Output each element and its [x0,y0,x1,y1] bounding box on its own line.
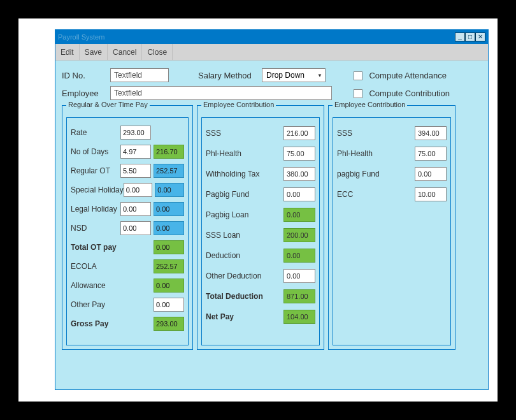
tot-label: Total OT pay [71,243,154,252]
nsd-row: NSD 0.00 0.00 [71,219,184,238]
sss3-row: SSS 394.00 [337,123,447,143]
oded-row: Other Deduction 0.00 [206,266,315,286]
lh-value[interactable]: 0.00 [120,202,151,216]
titlebar: Payroll System _ □ ✕ [55,30,488,44]
sssloan-label: SSS Loan [206,231,283,240]
rate-value[interactable]: 293.00 [120,126,151,140]
rot-label: Regular OT [71,166,120,175]
sss-value[interactable]: 216.00 [283,126,315,140]
panel1-title: Regular & Over Time Pay [66,101,150,108]
salary-method-select[interactable]: Drop Down ▼ [262,68,326,82]
phl3-row: Phl-Health 75.00 [337,143,447,164]
oded-label: Other Deduction [206,272,283,280]
panel-employee-contribution: Employee Contribution SSS 216.00 Phl-Hea… [197,105,324,350]
sssloan-value: 200.00 [283,228,315,242]
sph-calc: 0.00 [155,183,184,197]
pagbig3-label: pagbig Fund [337,170,415,178]
phl3-label: Phl-Health [337,149,415,158]
compute-contribution-label: Compute Contribution [369,89,449,98]
ded-value: 0.00 [283,249,315,263]
pagbig-row: Pagbig Fund 0.00 [206,184,315,205]
sss3-label: SSS [337,129,415,138]
nsd-calc: 0.00 [154,221,184,235]
oded-value[interactable]: 0.00 [283,269,315,283]
panel3-title: Employee Contribution [333,101,407,108]
other-value[interactable]: 0.00 [154,298,184,312]
phl-value[interactable]: 75.00 [283,147,315,161]
wtax-label: Withholding Tax [206,170,283,178]
pagloan-value: 0.00 [283,208,315,222]
idno-label: ID No. [62,71,110,80]
sph-value[interactable]: 0.00 [124,183,153,197]
sssloan-row: SSS Loan 200.00 [206,225,315,245]
salary-method-value: Drop Down [266,71,305,80]
minimize-button[interactable]: _ [455,33,465,41]
header-row-1: ID No. Salary Method Drop Down ▼ Compute… [62,68,482,82]
pagbig3-value[interactable]: 0.00 [415,167,447,181]
close-window-button[interactable]: ✕ [475,33,485,41]
window-controls: _ □ ✕ [455,33,485,41]
net-row: Net Pay 104.00 [206,307,315,327]
lh-label: Legal Holiday [71,205,120,214]
nod-value[interactable]: 4.97 [120,145,151,159]
maximize-button[interactable]: □ [465,33,475,41]
nod-label: No of Days [71,147,120,156]
net-value: 104.00 [283,310,315,324]
phl-row: Phl-Health 75.00 [206,143,315,164]
gross-label: Gross Pay [71,319,154,328]
rot-value[interactable]: 5.50 [120,164,151,178]
ecola-value: 252.57 [154,259,184,273]
sss-label: SSS [206,129,283,138]
tded-label: Total Deduction [206,292,283,301]
panel3-body: SSS 394.00 Phl-Health 75.00 pagbig Fund … [333,117,451,345]
compute-attendance-label: Compute Attendance [369,71,446,80]
employee-label: Employee [62,89,110,98]
nod-row: No of Days 4.97 216.70 [71,142,184,161]
toolbar: Edit Save Cancel Close [55,44,488,61]
nod-calc: 216.70 [154,145,184,159]
wtax-row: Withholding Tax 380.00 [206,164,315,184]
ecola-label: ECOLA [71,262,154,271]
edit-button[interactable]: Edit [55,44,80,60]
compute-contribution-checkbox[interactable] [354,89,362,98]
panel2-body: SSS 216.00 Phl-Health 75.00 Withholding … [201,117,320,345]
panels: Regular & Over Time Pay Rate 293.00 No o… [62,105,482,350]
net-label: Net Pay [206,312,283,321]
wtax-value[interactable]: 380.00 [283,167,315,181]
rot-calc: 252.57 [154,164,184,178]
sss-row: SSS 216.00 [206,123,315,143]
other-label: Other Pay [71,300,154,309]
ecc-label: ECC [337,190,415,199]
employee-input[interactable] [110,86,332,100]
rate-label: Rate [71,128,120,137]
compute-attendance-checkbox[interactable] [354,71,362,80]
panel2-title: Employee Contribution [201,101,276,108]
panel-employer-contribution: Employee Contribution SSS 394.00 Phl-Hea… [328,105,455,350]
nsd-value[interactable]: 0.00 [120,221,151,235]
window-title: Payroll System [58,33,104,41]
cancel-button[interactable]: Cancel [108,44,142,60]
ecc-value[interactable]: 10.00 [415,187,447,201]
nsd-label: NSD [71,224,120,233]
pagbig-value[interactable]: 0.00 [283,187,315,201]
pagbig3-row: pagbig Fund 0.00 [337,164,447,184]
tded-row: Total Deduction 871.00 [206,286,315,307]
tot-row: Total OT pay 0.00 [71,238,184,257]
ecola-row: ECOLA 252.57 [71,257,184,276]
pagbig-label: Pagbig Fund [206,190,283,199]
app-frame: Payroll System _ □ ✕ Edit Save Cancel Cl… [18,18,498,402]
gross-value: 293.00 [154,317,184,331]
rate-row: Rate 293.00 [71,123,184,142]
allow-label: Allowance [71,281,154,290]
close-button[interactable]: Close [142,44,173,60]
save-button[interactable]: Save [80,44,108,60]
compute-attendance-wrap: Compute Attendance [354,69,447,81]
sss3-value[interactable]: 394.00 [415,126,447,140]
pagloan-row: Pagbig Loan 0.00 [206,205,315,225]
compute-contribution-wrap: Compute Contribution [354,87,450,99]
allow-value: 0.00 [154,279,184,293]
pagloan-label: Pagbig Loan [206,210,283,219]
idno-input[interactable] [110,68,169,82]
phl3-value[interactable]: 75.00 [415,147,447,161]
tot-value: 0.00 [154,240,184,254]
